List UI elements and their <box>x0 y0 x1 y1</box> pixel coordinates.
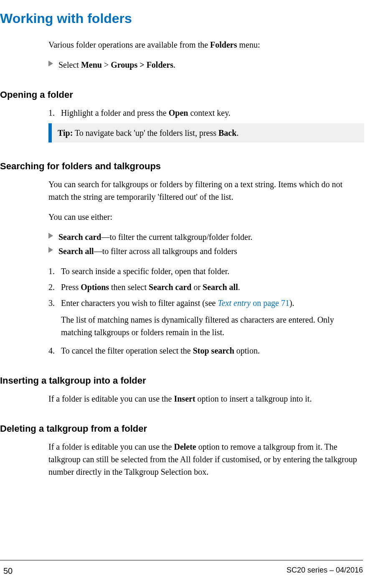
inserting-p: If a folder is editable you can use the … <box>48 392 364 405</box>
menu-path-sep: > <box>102 60 111 69</box>
search-all-bullet: Search all—to filter across all talkgrou… <box>48 245 364 257</box>
menu-path-pre: Select <box>58 60 81 69</box>
menu-path-end: . <box>173 60 175 69</box>
inserting-b: Insert <box>174 394 195 403</box>
opening-step1-pre: Highlight a folder and press the <box>61 108 169 117</box>
bullet-arrow-icon <box>48 61 53 66</box>
s3-post: ). <box>289 298 294 308</box>
menu-path-b1: Menu <box>81 60 102 69</box>
page-number: 50 <box>3 565 13 577</box>
search-card-post: —to filter the current talkgroup/folder … <box>101 232 252 242</box>
deleting-b: Delete <box>174 442 196 451</box>
inserting-post: option to insert a talkgroup into it. <box>195 394 312 403</box>
link-italic: Text entry <box>218 298 251 308</box>
search-card-bold: Search card <box>58 232 101 242</box>
searching-step-4: To cancel the filter operation select th… <box>48 344 364 357</box>
s2-mid: then select <box>109 283 149 292</box>
s2-end: . <box>238 283 240 292</box>
intro-text: Various folder operations are available … <box>48 38 364 51</box>
s2-b3: Search all <box>203 283 238 292</box>
intro-bold: Folders <box>210 40 237 49</box>
page-title: Working with folders <box>0 8 364 28</box>
s2-b1: Options <box>81 283 109 292</box>
s2-b2: Search card <box>149 283 191 292</box>
searching-steps: To search inside a specific folder, open… <box>48 265 364 357</box>
inserting-pre: If a folder is editable you can use the <box>48 394 174 403</box>
s3-pre: Enter characters you wish to filter agai… <box>61 298 218 308</box>
opening-steps: Highlight a folder and press the Open co… <box>48 107 364 119</box>
tip-label: Tip: <box>58 128 73 137</box>
opening-step1-post: context key. <box>188 108 230 117</box>
heading-searching: Searching for folders and talkgroups <box>0 159 364 173</box>
opening-step1-b: Open <box>169 108 188 117</box>
tip-pre: To navigate back 'up' the folders list, … <box>73 128 218 137</box>
bullet-arrow-icon <box>48 233 53 239</box>
heading-inserting: Inserting a talkgroup into a folder <box>0 374 364 387</box>
searching-p2: You can use either: <box>48 211 364 223</box>
bullet-arrow-icon <box>48 247 53 253</box>
deleting-p: If a folder is editable you can use the … <box>48 440 364 478</box>
tip-box: Tip: To navigate back 'up' the folders l… <box>48 123 364 143</box>
s4-post: option. <box>234 346 260 355</box>
tip-post: . <box>236 128 238 137</box>
text-entry-link[interactable]: Text entry on page 71 <box>218 298 289 308</box>
search-all-post: —to filter across all talkgroups and fol… <box>94 247 237 256</box>
s2-pre: Press <box>61 283 81 292</box>
opening-step-1: Highlight a folder and press the Open co… <box>48 107 364 119</box>
searching-p1: You can search for talkgroups or folders… <box>48 178 364 203</box>
heading-deleting: Deleting a talkgroup from a folder <box>0 422 364 435</box>
intro-post: menu: <box>237 40 260 49</box>
page-footer: 50 SC20 series – 04/2016 <box>0 560 363 577</box>
s4-b: Stop search <box>193 346 234 355</box>
deleting-pre: If a folder is editable you can use the <box>48 442 174 451</box>
searching-step-3: Enter characters you wish to filter agai… <box>48 297 364 339</box>
searching-step-1: To search inside a specific folder, open… <box>48 265 364 277</box>
menu-path-item: Select Menu > Groups > Folders. <box>48 59 364 71</box>
s4-pre: To cancel the filter operation select th… <box>61 346 193 355</box>
heading-opening: Opening a folder <box>0 88 364 102</box>
search-all-bold: Search all <box>58 247 94 256</box>
menu-path-b2: Groups > Folders <box>111 60 173 69</box>
search-card-bullet: Search card—to filter the current talkgr… <box>48 231 364 243</box>
tip-bold: Back <box>218 128 236 137</box>
intro-pre: Various folder operations are available … <box>48 40 210 49</box>
link-page: on page 71 <box>251 298 289 308</box>
doc-id: SC20 series – 04/2016 <box>287 565 363 577</box>
s3-sub: The list of matching names is dynamicall… <box>61 313 364 339</box>
s2-or: or <box>191 283 203 292</box>
searching-step-2: Press Options then select Search card or… <box>48 281 364 293</box>
